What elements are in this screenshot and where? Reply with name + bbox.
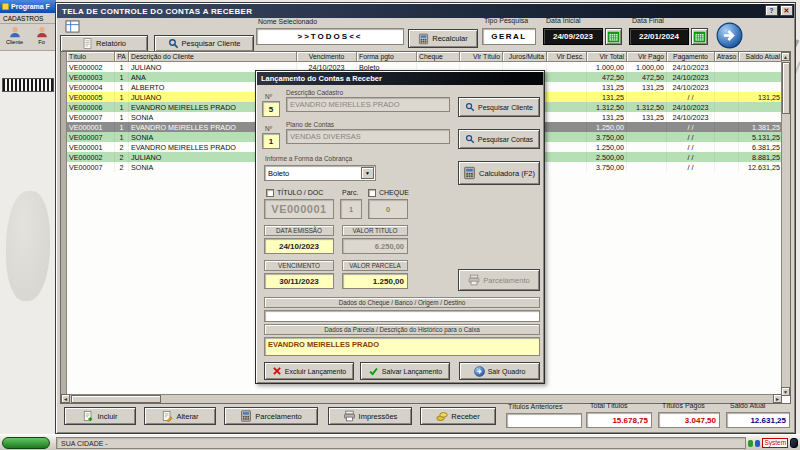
col-header-cheque[interactable]: Cheque — [417, 52, 460, 62]
cell-pa: 1 — [115, 132, 129, 142]
cell-pa: 2 — [115, 142, 129, 152]
exit-dialog-button[interactable]: Sair Quadro — [459, 362, 540, 380]
titulo-doc-value: VE000001 — [271, 203, 326, 215]
cell-atraso — [715, 162, 739, 172]
help-button[interactable]: ? — [765, 5, 778, 16]
scroll-down-button[interactable]: ▼ — [781, 387, 790, 396]
scroll-right-button[interactable]: ► — [773, 394, 782, 403]
col-header-forma[interactable]: Forma pgto — [357, 52, 417, 62]
date-end-label: Data Final — [632, 17, 664, 24]
installment-value-field[interactable]: 1.250,00 — [342, 273, 408, 289]
account-number-value: 1 — [269, 137, 273, 146]
date-end-field[interactable]: 22/01/2024 — [629, 28, 689, 45]
cell-atraso — [715, 152, 739, 162]
calculator-icon — [418, 33, 429, 45]
client-number-field[interactable]: 5 — [262, 101, 280, 117]
col-header-vlr_titulo[interactable]: Vlr Título — [460, 52, 503, 62]
menu-cadastros[interactable]: CADASTROS — [0, 13, 56, 24]
installments-button[interactable]: Parcelamento — [224, 407, 318, 425]
billing-form-label: Informe a Forma da Cobrança — [265, 155, 352, 162]
prints-button[interactable]: Impressões — [328, 407, 412, 425]
barcode-image — [2, 78, 54, 92]
cell-pago — [627, 142, 667, 152]
cell-atraso — [715, 92, 739, 102]
save-entry-button[interactable]: Salvar Lançamento — [360, 362, 450, 380]
due-date-field[interactable]: 30/11/2023 — [264, 273, 334, 289]
include-button[interactable]: Incluir — [64, 407, 136, 425]
col-header-titulo[interactable]: Título — [67, 52, 115, 62]
tray-green-icon[interactable] — [748, 440, 753, 447]
col-header-pago[interactable]: Vlr Pago — [627, 52, 667, 62]
col-header-cliente[interactable]: Descrição do Cliente — [129, 52, 297, 62]
cheque-number-field[interactable]: 0 — [368, 199, 408, 219]
cell-pagamento: / / — [667, 92, 715, 102]
cell-desc — [547, 72, 587, 82]
delete-entry-button[interactable]: Excluir Lançamento — [264, 362, 354, 380]
calculator-button[interactable]: Calculadora (F2) — [458, 161, 540, 185]
scroll-left-button[interactable]: ◄ — [61, 394, 70, 403]
cell-saldo: 131,25 — [739, 92, 783, 102]
chevron-down-icon[interactable]: ▼ — [361, 167, 374, 179]
cheque-checkbox[interactable] — [368, 189, 376, 197]
tray-app-icon[interactable] — [790, 438, 798, 448]
toolbar-button-cliente[interactable]: Cliente — [2, 25, 27, 49]
installments-button-modal[interactable]: Parcelamento — [458, 269, 540, 291]
col-header-desc[interactable]: Vlr Desc. — [547, 52, 587, 62]
account-number-field[interactable]: 1 — [262, 133, 280, 149]
cell-desc — [547, 142, 587, 152]
cell-pagamento: / / — [667, 142, 715, 152]
titulo-doc-field[interactable]: VE000001 — [264, 199, 334, 219]
col-header-atraso[interactable]: Atraso — [715, 52, 739, 62]
include-button-label: Incluir — [97, 412, 117, 421]
v-scrollbar[interactable]: ▲ ▼ — [781, 52, 790, 396]
client-desc-field[interactable]: EVANDRO MEIRELLES PRADO — [286, 97, 450, 112]
col-header-juros[interactable]: Juros/Multa — [503, 52, 547, 62]
report-button[interactable]: Relatório — [60, 35, 148, 52]
search-type-field[interactable]: GERAL — [482, 28, 536, 45]
add-document-icon — [82, 410, 94, 422]
title-value-field[interactable]: 6.250,00 — [342, 238, 408, 254]
v-scroll-thumb[interactable] — [782, 62, 790, 114]
tray-badge-system[interactable]: System — [762, 438, 788, 448]
titulo-doc-checkbox[interactable] — [266, 189, 274, 197]
cell-total: 1.250,00 — [587, 122, 627, 132]
search-accounts-button[interactable]: Pesquisar Contas — [458, 129, 540, 149]
selected-name-value: >>TODOS<< — [298, 32, 363, 41]
receive-button[interactable]: Receber — [420, 407, 496, 425]
parc-field[interactable]: 1 — [340, 199, 362, 219]
recalc-button[interactable]: Recalcular — [408, 29, 478, 48]
cheque-data-field[interactable] — [264, 310, 540, 322]
installments-modal-label: Parcelamento — [483, 276, 529, 285]
status-bar: SUA CIDADE - — [56, 437, 746, 449]
document-icon — [82, 38, 93, 49]
col-header-pa[interactable]: PA — [115, 52, 129, 62]
close-button[interactable]: ✕ — [780, 5, 793, 16]
col-header-vencimento[interactable]: Vencimento — [297, 52, 357, 62]
cell-pa: 1 — [115, 102, 129, 112]
start-button[interactable] — [2, 437, 50, 449]
scroll-up-button[interactable]: ▲ — [781, 52, 790, 61]
edit-button[interactable]: Alterar — [144, 407, 216, 425]
emission-date-field[interactable]: 24/10/2023 — [264, 238, 334, 254]
cell-saldo: 5.131,25 — [739, 132, 783, 142]
search-client-button[interactable]: Pesquisar Cliente — [154, 35, 254, 52]
cell-saldo — [739, 112, 783, 122]
calendar-button-end[interactable] — [691, 28, 708, 45]
account-plan-field[interactable]: VENDAS DIVERSAS — [286, 129, 450, 144]
col-header-pagamento[interactable]: Pagamento — [667, 52, 715, 62]
cell-pagamento: 24/10/2023 — [667, 72, 715, 82]
toolbar-button-fornecedor[interactable]: Fo — [29, 25, 54, 49]
date-start-field[interactable]: 24/09/2023 — [543, 28, 603, 45]
balance-label: Saldo Atual — [730, 402, 765, 409]
go-button[interactable] — [716, 22, 743, 49]
col-header-saldo[interactable]: Saldo Atual — [739, 52, 783, 62]
col-header-total[interactable]: Vlr Total — [587, 52, 627, 62]
h-scroll-thumb[interactable] — [71, 395, 161, 403]
tray-blue-icon[interactable] — [755, 440, 760, 447]
calendar-button-start[interactable] — [605, 28, 622, 45]
history-field[interactable]: EVANDRO MEIRELLES PRADO — [264, 337, 540, 356]
cell-pa: 1 — [115, 62, 129, 72]
selected-name-field[interactable]: >>TODOS<< — [256, 28, 404, 45]
billing-form-select[interactable]: Boleto ▼ — [264, 165, 376, 181]
search-client-button-modal[interactable]: Pesquisar Cliente — [458, 97, 540, 117]
